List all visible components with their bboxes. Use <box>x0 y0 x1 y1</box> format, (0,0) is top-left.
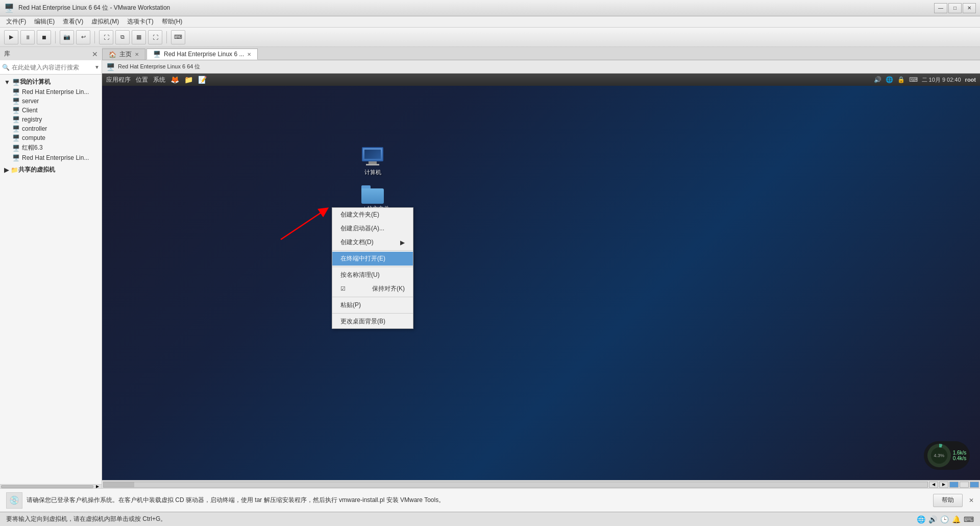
minimize-button[interactable]: — <box>934 3 947 13</box>
close-button[interactable]: ✕ <box>963 3 976 13</box>
bottom-bar: 要将输入定向到虚拟机，请在虚拟机内部单击或按 Ctrl+G。 🌐 🔊 🕒 🔔 ⌨ <box>0 512 980 526</box>
menu-file[interactable]: 文件(F) <box>2 16 30 27</box>
tray-notification-icon[interactable]: 🔔 <box>952 515 961 523</box>
sidebar: 🔍 ▼ ▼ 🖥️ 我的计算机 🖥️ Red Hat Enterprise Lin… <box>0 60 102 488</box>
tray-time-icon[interactable]: 🕒 <box>940 515 949 523</box>
sidebar-scroll-right[interactable]: ▶ <box>94 484 101 490</box>
ctx-create-folder[interactable]: 创建文件夹(E) <box>332 208 413 222</box>
panel-places[interactable]: 位置 <box>136 76 148 84</box>
menu-help[interactable]: 帮助(H) <box>158 16 187 27</box>
ctx-change-bg[interactable]: 更改桌面背景(B) <box>332 315 413 328</box>
cpu-gauge-value: 4.3% <box>934 453 944 458</box>
linux-desktop[interactable]: 应用程序 位置 系统 🦊 📁 📝 🔊 🌐 🔒 ⌨ 二 10月 9 02:40 r… <box>102 74 980 480</box>
power-on-button[interactable]: ▶ <box>4 30 18 44</box>
network-speed-widget: 4.3% 1.6k/s 0.4k/s <box>924 441 970 470</box>
tree-item-registry[interactable]: 🖥️ registry <box>0 115 102 124</box>
tree-item-controller[interactable]: 🖥️ controller <box>0 124 102 133</box>
menu-vm[interactable]: 虚拟机(M) <box>87 16 123 27</box>
tree-item-redhat63[interactable]: 🖥️ 红帽6.3 <box>0 142 102 153</box>
panel-apps[interactable]: 应用程序 <box>106 76 131 84</box>
tree-item-server[interactable]: 🖥️ server <box>0 97 102 106</box>
tree-vm-icon-1: 🖥️ <box>12 98 20 105</box>
tray-network-icon[interactable]: 🌐 <box>917 515 925 523</box>
stretch-button[interactable]: ⛶ <box>148 30 162 44</box>
ctx-open-terminal[interactable]: 在终端中打开(E) <box>332 252 413 266</box>
stop-button[interactable]: ⏹ <box>37 30 51 44</box>
firefox-icon[interactable]: 🦊 <box>170 76 179 84</box>
tree-item-mypc[interactable]: ▼ 🖥️ 我的计算机 <box>0 77 102 87</box>
tab-home-close[interactable]: ✕ <box>135 52 139 57</box>
menu-view[interactable]: 查看(V) <box>59 16 87 27</box>
panel-input-icon[interactable]: ⌨ <box>909 76 918 83</box>
suspend-button[interactable]: ⏸ <box>20 30 35 44</box>
tray-audio-icon[interactable]: 🔊 <box>928 515 937 523</box>
window-controls: — □ ✕ <box>934 3 976 13</box>
multimon-button[interactable]: ▦ <box>132 30 146 44</box>
scroll-page-btn-1[interactable] <box>949 482 959 488</box>
main-area: 🔍 ▼ ▼ 🖥️ 我的计算机 🖥️ Red Hat Enterprise Lin… <box>0 60 980 488</box>
menu-tab[interactable]: 选项卡(T) <box>123 16 157 27</box>
sidebar-close-button[interactable]: ✕ <box>92 50 98 58</box>
scroll-left-btn[interactable]: ◀ <box>929 482 938 488</box>
menu-edit[interactable]: 编辑(E) <box>30 16 59 27</box>
tab-vm[interactable]: 🖥️ Red Hat Enterprise Linux 6 ... ✕ <box>146 49 258 60</box>
tree-expand-icon: ▼ <box>4 79 10 86</box>
statusbar-close-btn[interactable]: ✕ <box>969 497 974 504</box>
tree-item-compute[interactable]: 🖥️ compute <box>0 133 102 142</box>
ctx-create-launcher[interactable]: 创建启动器(A)... <box>332 222 413 235</box>
tree-vm-icon-7: 🖥️ <box>12 154 20 161</box>
install-icon-img: 💿 <box>9 495 19 505</box>
revert-button[interactable]: ↩ <box>76 30 90 44</box>
fullscreen-button[interactable]: ⛶ <box>99 30 113 44</box>
scroll-page-btn-2[interactable] <box>960 482 969 488</box>
computer-icon-img <box>360 147 385 168</box>
tree-item-shared[interactable]: ▶ 📁 共享的虚拟机 <box>0 164 102 175</box>
app-icon: 🖥️ <box>4 3 14 13</box>
panel-network-icon[interactable]: 🌐 <box>886 76 893 83</box>
toolbar-separator-3 <box>166 31 167 43</box>
snapshot-button[interactable]: 📷 <box>60 30 74 44</box>
search-input[interactable] <box>12 64 94 71</box>
ctx-paste[interactable]: 粘贴(P) <box>332 298 413 312</box>
vm-toolbar-icon: 🖥️ <box>106 63 115 71</box>
search-dropdown-icon[interactable]: ▼ <box>94 64 100 70</box>
scrollbar-thumb[interactable] <box>104 482 134 487</box>
tab-home[interactable]: 🏠 主页 ✕ <box>102 49 145 60</box>
cpu-gauge-inner: 4.3% <box>931 447 947 464</box>
scroll-page-btn-3[interactable] <box>970 482 979 488</box>
search-icon: 🔍 <box>2 64 10 71</box>
ctx-clean-by-name[interactable]: 按名称清理(U) <box>332 268 413 282</box>
desktop-icon-computer[interactable]: 计算机 <box>352 145 393 178</box>
panel-user: root <box>965 77 976 83</box>
panel-sound-icon[interactable]: 🔊 <box>874 76 881 83</box>
folder-icon[interactable]: 📁 <box>184 76 193 84</box>
scrollbar-track[interactable] <box>103 482 928 488</box>
ctx-separator-3 <box>332 297 413 297</box>
tab-vm-close[interactable]: ✕ <box>247 52 251 57</box>
install-icon: 💿 <box>6 492 22 509</box>
tree-vm-icon-3: 🖥️ <box>12 116 20 123</box>
scroll-right-btn[interactable]: ▶ <box>939 482 948 488</box>
sidebar-scrollbar[interactable]: ▶ <box>0 484 102 488</box>
download-speed: 0.4k/s <box>953 456 967 461</box>
vm-screen[interactable]: 🖥️ Red Hat Enterprise Linux 6 64 位 应用程序 … <box>102 60 980 488</box>
vm-horizontal-scrollbar[interactable]: ◀ ▶ <box>102 480 980 488</box>
send-ctrl-alt-del[interactable]: ⌨ <box>171 30 185 44</box>
tree-item-rhel2[interactable]: 🖥️ Red Hat Enterprise Lin... <box>0 153 102 162</box>
panel-system[interactable]: 系统 <box>153 76 165 84</box>
ctx-keep-align[interactable]: ☑ 保持对齐(K) <box>332 282 413 296</box>
panel-security-icon[interactable]: 🔒 <box>897 76 905 83</box>
menubar: 文件(F) 编辑(E) 查看(V) 虚拟机(M) 选项卡(T) 帮助(H) <box>0 16 980 28</box>
tray-keyboard-icon[interactable]: ⌨ <box>964 515 974 523</box>
tab-home-icon: 🏠 <box>109 51 116 58</box>
help-button[interactable]: 帮助 <box>933 494 963 507</box>
red-arrow-annotation <box>276 204 337 245</box>
maximize-button[interactable]: □ <box>948 3 962 13</box>
sidebar-header: 库 ✕ <box>0 47 102 61</box>
text-icon[interactable]: 📝 <box>198 76 207 84</box>
unity-button[interactable]: ⧉ <box>115 30 130 44</box>
ctx-separator-4 <box>332 313 413 314</box>
tree-item-client[interactable]: 🖥️ Client <box>0 106 102 115</box>
tree-item-rhel1[interactable]: 🖥️ Red Hat Enterprise Lin... <box>0 87 102 97</box>
ctx-create-doc[interactable]: 创建文档(D) ▶ <box>332 235 413 249</box>
